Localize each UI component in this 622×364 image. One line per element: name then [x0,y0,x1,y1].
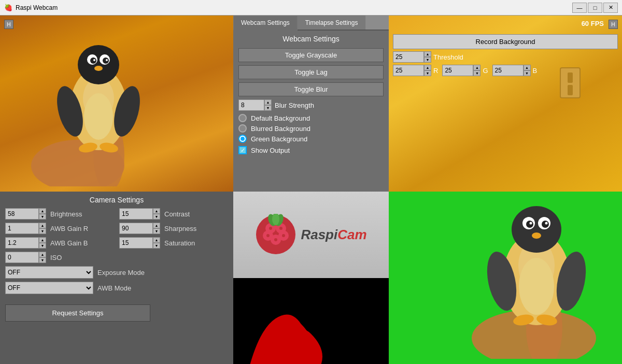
rgb-row: 25 ▲ ▼ R 25 ▲ ▼ G [393,65,618,76]
svg-point-41 [542,221,549,228]
awb-r-down[interactable]: ▼ [39,228,46,234]
blur-strength-down[interactable]: ▼ [264,105,272,111]
contrast-input[interactable]: 15 [119,208,153,220]
awb-mode-select[interactable]: OFF auto sun cloud shade tungsten fluore… [5,282,93,294]
g-input[interactable]: 25 [442,65,473,76]
h-badge-topright[interactable]: H [609,20,618,29]
awb-r-label: AWB Gain R [50,225,92,232]
threshold-input[interactable]: 25 [393,51,424,63]
svg-point-14 [84,93,113,140]
sharpness-down[interactable]: ▼ [153,228,160,234]
title-bar: 🍓 Raspi Webcam — □ ✕ [0,0,622,16]
r-input[interactable]: 25 [393,65,424,76]
awb-r-up[interactable]: ▲ [39,223,46,228]
raspicam-text: RaspiCam [301,227,366,243]
svg-point-43 [545,222,548,225]
tab-webcam-settings[interactable]: Webcam Settings [233,16,298,31]
toggle-blur-button[interactable]: Toggle Blur [238,82,384,96]
show-output-checkbox-box [238,146,247,154]
awb-b-up[interactable]: ▲ [39,237,46,243]
awb-b-input[interactable]: 1.2 [5,237,39,249]
sharpness-label: Sharpness [164,225,206,232]
contrast-label: Contrast [164,210,206,218]
awb-b-down[interactable]: ▼ [39,243,46,249]
saturation-input[interactable]: 15 [119,237,153,249]
sharpness-input[interactable]: 90 [119,223,153,234]
exposure-mode-row: OFF auto night nightpreview backlight sp… [5,266,228,279]
svg-point-11 [94,66,103,71]
webcam-settings-title: Webcam Settings [238,35,384,43]
show-output-label: Show Output [251,147,290,154]
webcam-settings-panel: Webcam Settings Timelapse Settings Webca… [233,16,389,192]
tab-bar: Webcam Settings Timelapse Settings [233,16,389,31]
toggle-lag-button[interactable]: Toggle Lag [238,65,384,79]
blur-strength-input[interactable]: 8 [238,99,264,111]
request-settings-button[interactable]: Request Settings [5,304,150,322]
iso-up[interactable]: ▲ [39,252,46,257]
contrast-up[interactable]: ▲ [153,208,160,214]
maximize-button[interactable]: □ [588,3,602,13]
show-output-checkbox[interactable]: Show Output [238,146,384,154]
b-spinner-btns: ▲ ▼ [524,65,531,76]
radio-blurred-background[interactable]: Blurred Background [238,124,384,133]
record-background-button[interactable]: Record Background [393,34,618,49]
close-button[interactable]: ✕ [603,3,618,13]
blur-strength-up[interactable]: ▲ [264,99,272,105]
awb-b-label: AWB Gain B [50,239,92,247]
detection-area [233,278,389,365]
svg-point-47 [519,258,554,315]
b-spinner: 25 ▲ ▼ [492,65,531,76]
minimize-button[interactable]: — [572,3,587,13]
r-up[interactable]: ▲ [424,65,431,70]
contrast-down[interactable]: ▼ [153,214,160,220]
saturation-down[interactable]: ▼ [153,243,160,249]
svg-point-4 [78,45,119,84]
g-up[interactable]: ▲ [473,65,480,70]
awb-r-row: 1 ▲ ▼ AWB Gain R [5,223,114,234]
g-down[interactable]: ▼ [473,70,480,76]
brightness-input[interactable]: 58 [5,208,39,220]
svg-point-27 [266,234,270,237]
threshold-down[interactable]: ▼ [424,57,431,63]
b-down[interactable]: ▼ [524,70,531,76]
iso-down[interactable]: ▼ [39,257,46,263]
awb-mode-row: OFF auto sun cloud shade tungsten fluore… [5,282,228,294]
iso-spinner: 0 ▲ ▼ [5,252,46,263]
penguin-toy-left [26,31,156,186]
main-grid: H [0,16,622,364]
sharpness-up[interactable]: ▲ [153,223,160,228]
brightness-spinner-btns: ▲ ▼ [39,208,46,220]
camera-settings-body: Camera Settings 58 ▲ ▼ Brightness [0,192,233,326]
toggle-grayscale-button[interactable]: Toggle Grayscale [238,48,384,62]
awb-r-input[interactable]: 1 [5,223,39,234]
fps-display: 60 FPS [582,20,604,27]
camera-feed-topright: 60 FPS H Record Background 25 ▲ ▼ Thresh… [389,16,622,192]
b-up[interactable]: ▲ [524,65,531,70]
raspicam-panel: RaspiCam [233,192,389,364]
b-input[interactable]: 25 [492,65,524,76]
awb-r-spinner: 1 ▲ ▼ [5,223,46,234]
app-title: Raspi Webcam [16,4,572,11]
svg-point-7 [90,57,96,64]
radio-green-background[interactable]: Green Background [238,135,384,143]
threshold-up[interactable]: ▲ [424,51,431,57]
contrast-spinner: 15 ▲ ▼ [119,208,160,220]
blur-strength-row: 8 ▲ ▼ Blur Strength [238,99,384,111]
raspberry-pi-logo [255,214,296,255]
background-radio-group: Default Background Blurred Background Gr… [238,114,384,143]
saturation-up[interactable]: ▲ [153,237,160,243]
g-label: G [483,67,488,75]
svg-point-8 [103,57,109,64]
brightness-up[interactable]: ▲ [39,208,46,214]
threshold-row: 25 ▲ ▼ Threshold [393,51,618,63]
h-badge-topleft[interactable]: H [4,20,13,29]
exposure-mode-select[interactable]: OFF auto night nightpreview backlight sp… [5,266,93,279]
brightness-down[interactable]: ▼ [39,214,46,220]
awb-b-spinner: 1.2 ▲ ▼ [5,237,46,249]
brightness-label: Brightness [50,210,92,218]
r-down[interactable]: ▼ [424,70,431,76]
camera-settings-title: Camera Settings [5,196,228,204]
tab-timelapse-settings[interactable]: Timelapse Settings [298,16,366,30]
iso-input[interactable]: 0 [5,252,39,263]
radio-default-background[interactable]: Default Background [238,114,384,122]
